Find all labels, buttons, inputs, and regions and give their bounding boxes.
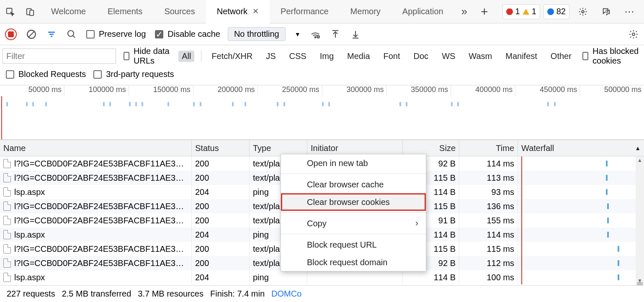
filter-type-css[interactable]: CSS	[286, 51, 310, 62]
cell-waterfall	[518, 171, 644, 185]
device-toggle-icon[interactable]	[20, 0, 40, 23]
filter-type-other[interactable]: Other	[547, 51, 575, 62]
warning-icon	[523, 9, 529, 15]
menu-item-block-request-domain[interactable]: Block request domain	[281, 253, 426, 271]
menu-item-copy[interactable]: Copy	[281, 215, 426, 232]
overview-blip	[32, 102, 34, 106]
scroll-up-icon[interactable]: ▲	[637, 157, 642, 163]
filter-type-doc[interactable]: Doc	[410, 51, 432, 62]
tab-label: Memory	[350, 7, 381, 16]
menu-item-open-in-new-tab[interactable]: Open in new tab	[281, 154, 426, 172]
filter-type-wasm[interactable]: Wasm	[465, 51, 495, 62]
third-party-checkbox[interactable]: 3rd-party requests	[93, 69, 174, 79]
filter-type-ws[interactable]: WS	[438, 51, 459, 62]
has-blocked-cookies-checkbox[interactable]: Has blocked cookies	[582, 46, 641, 66]
more-menu-icon[interactable]: ⋯	[620, 0, 640, 23]
status-domcontentloaded[interactable]: DOMCo	[271, 289, 301, 299]
preserve-log-checkbox[interactable]: Preserve log	[86, 29, 146, 39]
network-conditions-icon[interactable]	[310, 29, 321, 40]
filter-type-fetchxhr[interactable]: Fetch/XHR	[208, 51, 256, 62]
tab-network[interactable]: Network✕	[206, 0, 270, 23]
menu-item-clear-browser-cookies[interactable]: Clear browser cookies	[281, 193, 426, 211]
filter-type-all[interactable]: All	[178, 51, 194, 62]
cell-status: 204	[192, 185, 250, 199]
filter-type-manifest[interactable]: Manifest	[502, 51, 541, 62]
settings-icon[interactable]	[573, 0, 593, 23]
cell-waterfall	[518, 185, 644, 199]
filter-bar: Hide data URLs AllFetch/XHRJSCSSImgMedia…	[0, 45, 644, 66]
timeline-overview[interactable]: 50000 ms100000 ms150000 ms200000 ms25000…	[0, 85, 644, 140]
col-status[interactable]: Status	[192, 140, 250, 156]
cell-time: 114 ms	[459, 228, 518, 242]
network-settings-icon[interactable]	[628, 29, 639, 40]
hide-data-urls-checkbox[interactable]: Hide data URLs	[124, 46, 171, 66]
filter-toggle-icon[interactable]	[46, 29, 57, 40]
filter-type-font[interactable]: Font	[380, 51, 404, 62]
cell-waterfall	[518, 242, 644, 256]
throttling-dropdown-icon[interactable]: ▼	[295, 31, 301, 38]
menu-item-block-request-url[interactable]: Block request URL	[281, 236, 426, 253]
overview-tick: 500000 ms	[580, 85, 644, 96]
overview-blip	[245, 102, 246, 106]
search-icon[interactable]	[66, 29, 77, 40]
new-tab-icon[interactable]: +	[474, 0, 495, 23]
tab-welcome[interactable]: Welcome	[40, 0, 97, 23]
overview-tick: 450000 ms	[515, 85, 580, 96]
table-row[interactable]: lsp.aspx204ping114 B100 ms	[0, 270, 644, 284]
import-har-icon[interactable]	[330, 29, 341, 40]
disable-cache-checkbox[interactable]: ✓ Disable cache	[155, 29, 220, 39]
close-tab-icon[interactable]: ✕	[252, 7, 259, 16]
feedback-icon[interactable]	[596, 0, 616, 23]
menu-item-clear-browser-cache[interactable]: Clear browser cache	[281, 176, 426, 193]
issues-badge[interactable]: 82	[544, 4, 569, 19]
vertical-scrollbar[interactable]: ▲ ▼	[636, 156, 644, 285]
context-menu: Open in new tabClear browser cacheClear …	[281, 154, 426, 271]
filter-input[interactable]	[3, 49, 116, 64]
cell-status: 200	[192, 242, 250, 256]
filter-type-img[interactable]: Img	[317, 51, 337, 62]
overview-blip	[232, 102, 234, 106]
cell-name: lsp.aspx	[0, 270, 192, 284]
tab-sources[interactable]: Sources	[153, 0, 206, 23]
svg-point-3	[582, 10, 584, 13]
overview-redline	[1, 96, 2, 139]
tab-label: Performance	[281, 7, 329, 16]
overview-blip	[135, 102, 137, 106]
throttling-value: No throttling	[234, 29, 279, 38]
cell-waterfall	[518, 213, 644, 228]
tab-memory[interactable]: Memory	[340, 0, 392, 23]
cell-name: l?IG=CCB0D0F2ABF24E53BFACBF11AE3798F4...	[0, 171, 192, 185]
col-name[interactable]: Name	[0, 140, 192, 156]
scroll-down-icon[interactable]: ▼	[637, 278, 642, 284]
overview-blip	[457, 102, 459, 106]
tab-strip: WelcomeElementsSourcesNetwork✕Performanc…	[0, 0, 644, 23]
cell-time: 155 ms	[459, 213, 518, 228]
overview-blip	[277, 102, 278, 106]
col-time[interactable]: Time	[459, 140, 518, 156]
tab-elements[interactable]: Elements	[97, 0, 153, 23]
throttling-select[interactable]: No throttling	[228, 27, 286, 41]
filter-type-media[interactable]: Media	[344, 51, 373, 62]
overview-tick: 150000 ms	[129, 85, 193, 96]
cell-time: 113 ms	[459, 171, 518, 185]
more-tabs-icon[interactable]: »	[454, 0, 474, 23]
cell-name: lsp.aspx	[0, 185, 192, 199]
checkbox-checked-icon: ✓	[155, 30, 163, 38]
blocked-requests-checkbox[interactable]: Blocked Requests	[6, 69, 86, 79]
col-waterfall[interactable]: Waterfall▲	[518, 140, 644, 156]
has-blocked-cookies-label: Has blocked cookies	[592, 46, 641, 66]
overview-blip	[200, 102, 201, 106]
svg-point-17	[632, 33, 635, 36]
tab-application[interactable]: Application	[392, 0, 454, 23]
clear-icon[interactable]	[26, 29, 37, 40]
svg-point-11	[314, 36, 316, 38]
error-warning-badge[interactable]: 1 1	[502, 4, 540, 19]
filter-type-js[interactable]: JS	[263, 51, 279, 62]
inspect-element-icon[interactable]	[0, 0, 20, 23]
issues-icon	[547, 8, 554, 15]
tab-performance[interactable]: Performance	[270, 0, 340, 23]
tab-label: Application	[402, 7, 443, 16]
export-har-icon[interactable]	[350, 29, 361, 40]
checkbox-icon	[93, 70, 102, 79]
record-button[interactable]	[5, 28, 17, 40]
